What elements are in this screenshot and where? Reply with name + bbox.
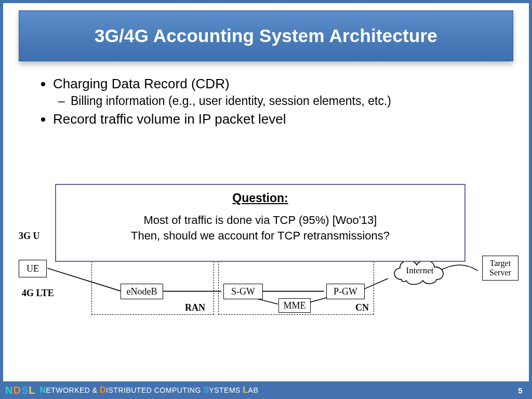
zone-ran-label: RAN	[185, 302, 205, 313]
bullet-cdr-text: Charging Data Record (CDR)	[53, 76, 230, 91]
footer-word-3: YSTEMS	[209, 386, 243, 394]
question-heading: Question:	[66, 191, 454, 205]
node-mme: MME	[278, 298, 311, 313]
bullet-record-traffic: Record traffic volume in IP packet level	[53, 111, 500, 127]
footer-initial-d: D	[100, 385, 106, 394]
bullet-cdr: Charging Data Record (CDR) Billing infor…	[53, 76, 500, 108]
page-number: 5	[518, 386, 523, 395]
node-target-server: TargetServer	[482, 256, 518, 281]
footer-word-1: ETWORKED &	[46, 386, 100, 394]
label-4g: 4G LTE	[22, 288, 54, 299]
slide-title: 3G/4G Accounting System Architecture	[95, 25, 437, 46]
footer-initial-s: S	[203, 385, 209, 394]
question-callout: Question: Most of traffic is done via TC…	[55, 184, 466, 262]
footer-initial-n: N	[39, 385, 46, 394]
question-line-2: Then, should we account for TCP retransm…	[66, 228, 454, 244]
slide: 3G/4G Accounting System Architecture Cha…	[0, 0, 532, 399]
footer-word-2: ISTRIBUTED COMPUTING	[106, 386, 203, 394]
node-sgw: S-GW	[223, 284, 263, 299]
question-line-1: Most of traffic is done via TCP (95%) [W…	[66, 212, 454, 228]
footer-initial-l: L	[243, 385, 248, 394]
footer-bar: NDSL NETWORKED & DISTRIBUTED COMPUTING S…	[0, 381, 532, 399]
title-bar: 3G/4G Accounting System Architecture	[19, 10, 513, 61]
zone-cn-label: CN	[355, 302, 369, 313]
node-target-server-label: TargetServer	[489, 259, 511, 277]
ndsl-logo: NDSL	[5, 384, 34, 396]
node-internet-label: Internet	[406, 265, 434, 276]
bullet-cdr-sub: Billing information (e.g., user identity…	[71, 94, 500, 108]
label-3g: 3G U	[19, 231, 40, 242]
node-pgw: P-GW	[326, 284, 365, 299]
node-ue: UE	[19, 260, 47, 277]
body-content: Charging Data Record (CDR) Billing infor…	[3, 61, 529, 127]
lab-name: NDSL NETWORKED & DISTRIBUTED COMPUTING S…	[5, 384, 258, 396]
node-enodeb: eNodeB	[121, 284, 163, 299]
footer-word-4: AB	[248, 386, 259, 394]
